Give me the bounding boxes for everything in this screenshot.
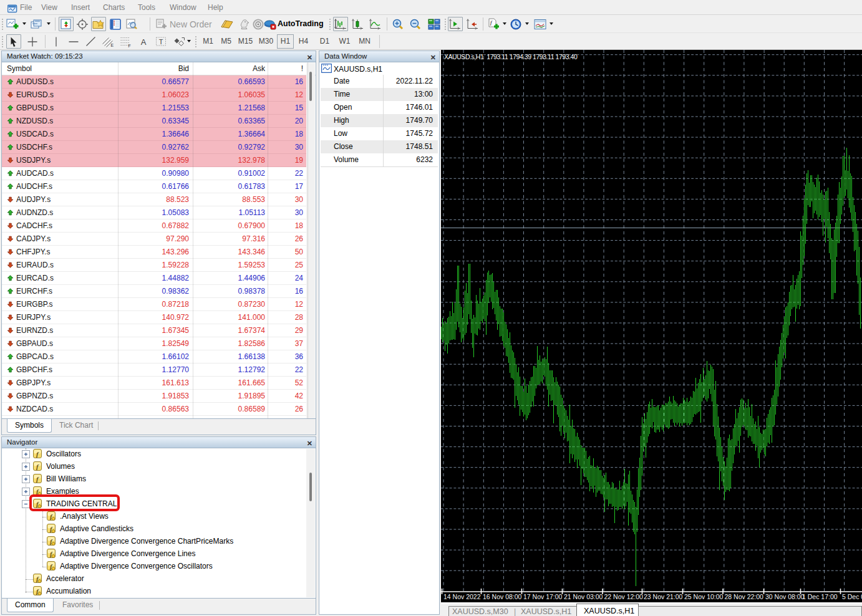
svg-text:28 Nov 22:00: 28 Nov 22:00 [725, 593, 764, 600]
svg-text:F: F [128, 43, 131, 47]
svg-text:17 Nov 17:00: 17 Nov 17:00 [523, 593, 563, 600]
svg-text:23 Nov 21:00: 23 Nov 21:00 [644, 593, 683, 600]
svg-text:A: A [141, 37, 147, 47]
svg-text:5 Dec 03:00: 5 Dec 03:00 [842, 593, 862, 600]
svg-text:22 Nov 12:00: 22 Nov 12:00 [604, 593, 644, 600]
svg-text:1 Dec 17:00: 1 Dec 17:00 [802, 593, 838, 600]
svg-text:T: T [159, 38, 163, 46]
svg-text:21 Nov 03:00: 21 Nov 03:00 [564, 593, 603, 600]
svg-text:XAUUSD.s,H1 1793.11 1794.39 1: XAUUSD.s,H1 1793.11 1794.39 1793.11 1793… [444, 53, 578, 60]
svg-text:16 Nov 08:00: 16 Nov 08:00 [483, 593, 522, 600]
svg-text:E: E [111, 42, 114, 47]
svg-text:30 Nov 08:00: 30 Nov 08:00 [765, 593, 805, 600]
svg-text:14 Nov 2022: 14 Nov 2022 [443, 593, 481, 600]
svg-text:25 Nov 10:00: 25 Nov 10:00 [684, 593, 724, 600]
